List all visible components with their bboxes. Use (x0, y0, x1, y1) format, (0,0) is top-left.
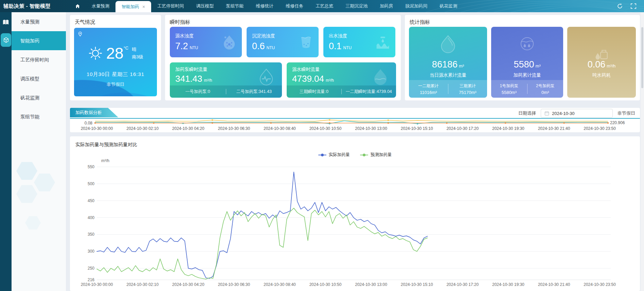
scrollbar-thumb[interactable] (641, 27, 643, 88)
weather-date: 10月30日 星期三 16:31 (74, 71, 157, 78)
phase12-cumulative: 一二期累计 11016m³ (409, 83, 448, 95)
instant-panel-title: 瞬时指标 (170, 19, 190, 25)
hexagon-decoration (16, 185, 37, 203)
dosing-analysis-panel: 加药数据分析 日期选择 2024-10-30 非节假日 0.08220.9062… (70, 108, 640, 132)
card-label: 吨水药耗 (567, 72, 636, 78)
svg-text:2024-10-30 06:30: 2024-10-30 06:30 (218, 282, 250, 287)
svg-text:2024-10-30 04:20: 2024-10-30 04:20 (172, 126, 204, 131)
svg-text:450: 450 (88, 198, 94, 203)
card-footer: 1号加药泵 5580m³ 2号加药泵 0m³ (491, 80, 563, 98)
tab-floc-monitoring[interactable]: 矾花监测 (433, 0, 463, 12)
model-cube-icon (3, 37, 9, 43)
tab-phase3-sedimentation[interactable]: 三期沉淀池 (339, 0, 374, 12)
svg-text:2024-10-30 02:10: 2024-10-30 02:10 (126, 126, 159, 131)
card-unit: m³/h (326, 78, 334, 83)
tab-process-retention[interactable]: 工艺停留时间 (151, 0, 190, 12)
card-value: 341.43m³/h (175, 74, 212, 84)
card-unit: m³ (535, 63, 540, 69)
svg-text:350: 350 (88, 232, 94, 237)
card-unit: NTU (267, 45, 275, 50)
svg-text:2024-10-30 08:40: 2024-10-30 08:40 (264, 282, 296, 287)
tab-water-forecast[interactable]: 水量预测 (86, 0, 115, 12)
weather-panel-title: 天气情况 (75, 19, 95, 25)
tab-maintenance-stats[interactable]: 维修统计 (250, 0, 280, 12)
tab-pump-energy[interactable]: 泵组节能 (220, 0, 250, 12)
svg-text:2024-10-30 13:00: 2024-10-30 13:00 (355, 282, 387, 287)
card-label: 沉淀池浊度 (252, 33, 275, 39)
home-button[interactable] (73, 0, 82, 12)
svg-text:500: 500 (88, 181, 94, 186)
hexagon-decoration (16, 161, 37, 180)
sidebar-item-process-retention[interactable]: 工艺停留时间 (12, 50, 66, 69)
tab-maintenance-tasks[interactable]: 维修任务 (280, 0, 309, 12)
card-value: 5580m³ (491, 59, 563, 70)
tab-dosing-room[interactable]: 加药房 (374, 0, 399, 12)
sidebar-item-floc-monitoring[interactable]: 矾花监测 (12, 88, 66, 107)
statistics-panel: 统计指标 86186m³ 当日源水累计流量 一二期累计 11016m³ 三期累计… (405, 15, 640, 100)
weather-card: 28°C 晴 南3级 10月30日 星期三 16:31 非节假日 (74, 28, 157, 96)
card-unit: m³/h (607, 63, 615, 69)
card-label: 出水浊度 (329, 33, 347, 39)
source-turbidity-card: 源水浊度 7.2NTU (170, 27, 242, 57)
card-unit: NTU (190, 45, 198, 50)
sidebar-item-pressure-model[interactable]: 调压模型 (12, 69, 66, 88)
svg-text:2024-10-30 10:50: 2024-10-30 10:50 (309, 282, 342, 287)
sidebar-item-water-forecast[interactable]: 水量预测 (12, 12, 66, 31)
card-label: 加药累计流量 (491, 72, 563, 78)
sidebar: 水量预测 智能加药 工艺停留时间 调压模型 矾花监测 泵组节能 (12, 12, 66, 291)
source-flow-icon (372, 68, 389, 85)
home-icon (75, 4, 80, 9)
svg-text:2024-10-30 04:20: 2024-10-30 04:20 (172, 282, 204, 287)
model-rail-button[interactable] (1, 33, 11, 47)
close-icon[interactable]: × (142, 4, 145, 9)
book-icon[interactable] (2, 19, 9, 26)
svg-text:2024-10-30 23:50: 2024-10-30 23:50 (584, 126, 616, 131)
sediment-cup-icon (298, 34, 314, 50)
phase3-flow: 三期瞬时流量:0 (287, 89, 341, 95)
sidebar-item-smart-dosing[interactable]: 智能加药 (12, 31, 66, 50)
svg-text:2024-10-30 15:10: 2024-10-30 15:10 (401, 126, 433, 131)
temperature: 28°C (106, 45, 129, 61)
outflow-turbidity-card: 出水浊度 0.1NTU (323, 27, 395, 57)
temperature-unit: °C (124, 45, 129, 51)
card-footer: 一二期累计 11016m³ 三期累计 75170m³ (409, 80, 487, 98)
card-value: 0.06m³/h (567, 59, 636, 70)
dosing-cumulative-card: 5580m³ 加药累计流量 1号加药泵 5580m³ 2号加药泵 0m³ (491, 27, 563, 98)
fullscreen-icon[interactable] (630, 3, 637, 9)
svg-text:300: 300 (88, 249, 94, 254)
svg-text:2024-10-30 21:40: 2024-10-30 21:40 (538, 126, 570, 131)
cumulative-water-icon (439, 34, 458, 53)
pump-flow-icon (257, 68, 275, 85)
svg-text:220.906: 220.906 (610, 120, 625, 125)
tab-smart-dosing[interactable]: 智能加药 × (115, 1, 151, 12)
weather-current: 28°C 晴 南3级 (74, 45, 157, 61)
icon-rail (0, 12, 12, 291)
card-value: 4739.04m³/h (292, 74, 334, 84)
tab-sludge-dosing-room[interactable]: 脱泥加药间 (399, 0, 433, 12)
refresh-icon[interactable] (617, 3, 623, 9)
tab-process-overview[interactable]: 工艺总览 (309, 0, 339, 12)
svg-text:2024-10-30 17:20: 2024-10-30 17:20 (446, 126, 479, 131)
tab-pressure-model[interactable]: 调压模型 (190, 0, 220, 12)
svg-text:2024-10-30 02:10: 2024-10-30 02:10 (126, 282, 159, 287)
sun-icon (88, 46, 103, 61)
pump1-cumulative: 1号加药泵 5580m³ (491, 83, 527, 95)
dosing-drops-icon (518, 34, 537, 53)
card-label: 源水浊度 (175, 33, 194, 39)
weather-panel: 天气情况 28°C 晴 南3级 10月30日 (70, 15, 161, 100)
comparison-chart-plot: 550500450400350300250216m³/h2024-10-30 0… (70, 136, 640, 291)
dosing-analysis-mini-chart: 0.08220.9062024-10-30 00:002024-10-30 02… (70, 108, 640, 132)
sidebar-item-pump-energy[interactable]: 泵组节能 (12, 107, 66, 126)
hexagon-decoration (25, 216, 41, 230)
svg-text:2024-10-30 21:40: 2024-10-30 21:40 (538, 282, 570, 287)
svg-text:216: 216 (88, 277, 94, 282)
card-label: 加药泵瞬时流量 (175, 66, 208, 73)
card-value: 0.1NTU (329, 41, 352, 52)
card-value: 0.6NTU (252, 41, 275, 52)
svg-text:2024-10-30 19:30: 2024-10-30 19:30 (492, 282, 524, 287)
instant-indicators-panel: 瞬时指标 源水浊度 7.2NTU 沉淀池浊度 0.6NTU 出水浊度 0.1NT… (165, 15, 401, 100)
page-scrollbar (641, 12, 644, 291)
svg-text:2024-10-30 15:10: 2024-10-30 15:10 (401, 282, 433, 287)
card-label: 当日源水累计流量 (409, 72, 487, 78)
hexagon-decoration (34, 173, 55, 192)
